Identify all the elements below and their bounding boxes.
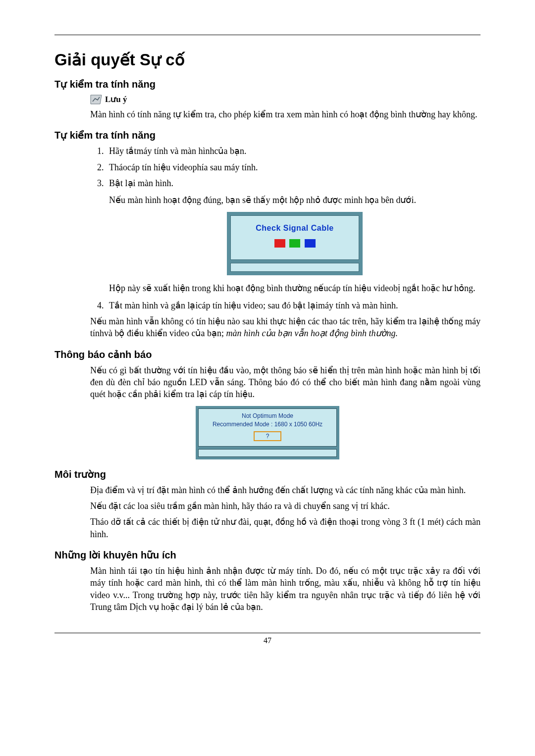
section-heading-warning: Thông báo cảnh báo xyxy=(54,349,481,360)
list-item: Hãy tắtmáy tính và màn hìnhcủa bạn. xyxy=(106,145,481,157)
optimum-line1: Not Optimum Mode xyxy=(201,412,334,420)
page-number: 47 xyxy=(54,636,481,645)
step3-subtext2: Hộp này sẽ xuất hiện trong khi hoạt động… xyxy=(109,282,481,294)
optimum-box: Not Optimum Mode Recommended Mode : 1680… xyxy=(196,406,339,459)
section2-after-italic: màn hình của bạn vẫn hoạt động bình thườ… xyxy=(226,328,397,338)
step3-text: Bật lại màn hình. xyxy=(109,178,173,188)
step3-subtext: Nếu màn hình hoạt động đúng, bạn sẽ thấy… xyxy=(109,194,481,206)
rgb-squares xyxy=(234,239,356,251)
section-heading-environment: Môi trường xyxy=(54,468,481,480)
section4-p1: Địa điểm và vị trí đặt màn hình có thể ả… xyxy=(90,484,481,496)
section4-p2: Nếu đặt các loa siêu trầm gần màn hình, … xyxy=(90,500,481,512)
section-heading-self-test-1: Tự kiểm tra tính năng xyxy=(54,78,481,90)
section1-body: Màn hình có tính năng tự kiểm tra, cho p… xyxy=(90,108,481,120)
check-signal-strip xyxy=(230,263,359,272)
note-row: Lưu ý xyxy=(90,94,481,104)
page-title: Giải quyết Sự cố xyxy=(54,50,481,69)
list-item: Tháocáp tín hiệu videophía sau máy tính. xyxy=(106,161,481,173)
check-signal-inner: Check Signal Cable xyxy=(230,215,359,260)
note-label: Lưu ý xyxy=(105,94,127,104)
steps-list: Hãy tắtmáy tính và màn hìnhcủa bạn. Tháo… xyxy=(90,145,481,311)
list-item: Bật lại màn hình. Nếu màn hình hoạt động… xyxy=(106,177,481,295)
section-heading-self-test-2: Tự kiểm tra tính năng xyxy=(54,129,481,141)
optimum-line2: Recommended Mode : 1680 x 1050 60Hz xyxy=(201,420,334,428)
section4-p3: Tháo dỡ tất cả các thiết bị điện tử như … xyxy=(90,516,481,540)
blue-square-icon xyxy=(305,239,316,248)
document-page: Giải quyết Sự cố Tự kiểm tra tính năng L… xyxy=(0,0,535,756)
figure-check-signal: Check Signal Cable xyxy=(109,212,481,275)
section2-after: Nếu màn hình vẫn không có tín hiệu nào s… xyxy=(90,315,481,340)
check-signal-box: Check Signal Cable xyxy=(227,212,363,275)
check-signal-text: Check Signal Cable xyxy=(234,223,356,234)
red-square-icon xyxy=(274,239,285,248)
divider-top xyxy=(54,35,481,35)
section3-body: Nếu có gì bất thường với tín hiệu đầu và… xyxy=(90,364,481,401)
optimum-strip xyxy=(198,449,337,457)
note-icon xyxy=(90,95,102,104)
optimum-inner: Not Optimum Mode Recommended Mode : 1680… xyxy=(198,408,337,446)
section5-body: Màn hình tái tạo tín hiệu hình ảnh nhận … xyxy=(90,565,481,613)
list-item: Tắt màn hình và gắn lạicáp tín hiệu vide… xyxy=(106,300,481,311)
optimum-help-button: ? xyxy=(254,431,281,441)
figure-optimum-mode: Not Optimum Mode Recommended Mode : 1680… xyxy=(54,406,481,459)
divider-bottom xyxy=(54,633,481,633)
section-heading-tips: Những lời khuyên hữu ích xyxy=(54,549,481,561)
green-square-icon xyxy=(289,239,300,248)
